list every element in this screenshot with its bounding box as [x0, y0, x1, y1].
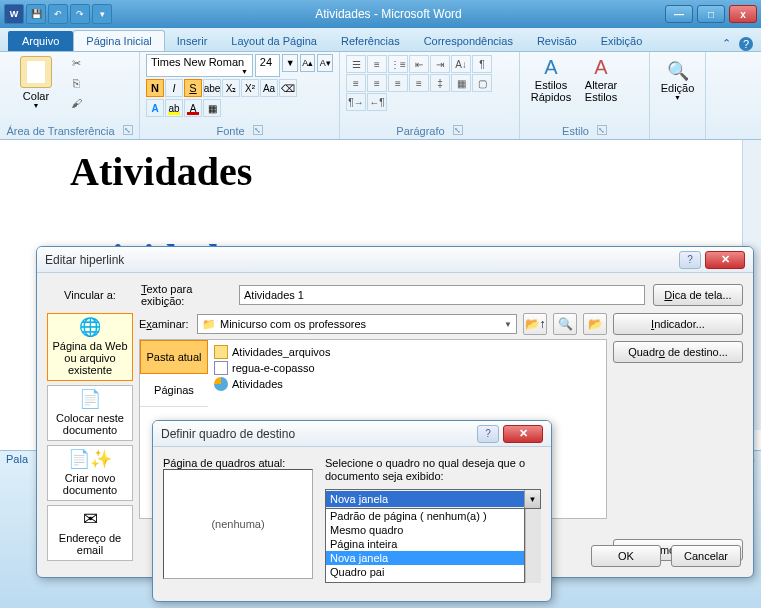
maximize-button[interactable]: □	[697, 5, 725, 23]
grow-font-icon[interactable]: A▴	[300, 54, 316, 72]
font-color-button[interactable]: A	[184, 99, 202, 117]
decrease-indent-button[interactable]: ⇤	[409, 55, 429, 73]
borders-button[interactable]: ▢	[472, 74, 492, 92]
redo-icon[interactable]: ↷	[70, 4, 90, 24]
highlight-button[interactable]: ab	[165, 99, 183, 117]
cut-icon[interactable]: ✂	[66, 54, 86, 72]
format-painter-icon[interactable]: 🖌	[66, 94, 86, 112]
tab-review[interactable]: Revisão	[525, 31, 589, 51]
ribbon: Colar ▼ ✂ ⎘ 🖌 Área de Transferência⤡ Tim…	[0, 52, 761, 140]
tab-new-label: Criar novo documento	[63, 472, 117, 496]
change-case-button[interactable]: Aa	[260, 79, 278, 97]
align-right-button[interactable]: ≡	[388, 74, 408, 92]
quick-styles-label: Estilos Rápidos	[528, 79, 574, 103]
underline-button[interactable]: S	[184, 79, 202, 97]
border-button[interactable]: ▦	[203, 99, 221, 117]
paste-button[interactable]: Colar ▼	[6, 54, 66, 112]
ltr-button[interactable]: ¶→	[346, 93, 366, 111]
look-in-value: Minicurso com os professores	[220, 318, 366, 330]
list-item[interactable]: Mesmo quadro	[326, 523, 524, 537]
font-size-drop-icon[interactable]: ▼	[282, 54, 298, 72]
italic-button[interactable]: I	[165, 79, 183, 97]
undo-icon[interactable]: ↶	[48, 4, 68, 24]
dialog-help-button[interactable]: ?	[477, 425, 499, 443]
bold-button[interactable]: N	[146, 79, 164, 97]
superscript-button[interactable]: X²	[241, 79, 259, 97]
display-text-input[interactable]	[239, 285, 645, 305]
tab-mailings[interactable]: Correspondências	[412, 31, 525, 51]
sort-button[interactable]: A↓	[451, 55, 471, 73]
multilevel-button[interactable]: ⋮≡	[388, 55, 408, 73]
list-item[interactable]: nenhum(a)	[326, 579, 524, 583]
save-icon[interactable]: 💾	[26, 4, 46, 24]
frame-options-list[interactable]: Padrão de página ( nenhum(a) ) Mesmo qua…	[325, 509, 525, 583]
browse-web-button[interactable]: 🔍	[553, 313, 577, 335]
tab-current-folder[interactable]: Pasta atual	[140, 340, 208, 374]
ribbon-minimize-icon[interactable]: ⌃	[722, 37, 731, 51]
up-folder-button[interactable]: 📂↑	[523, 313, 547, 335]
clear-format-button[interactable]: ⌫	[279, 79, 297, 97]
strikethrough-button[interactable]: abe	[203, 79, 221, 97]
word-icon[interactable]: W	[4, 4, 24, 24]
list-item[interactable]: Quadro pai	[326, 565, 524, 579]
shading-button[interactable]: ▦	[451, 74, 471, 92]
cancel-button[interactable]: Cancelar	[671, 545, 741, 567]
list-item[interactable]: Atividades_arquivos	[212, 344, 602, 360]
change-styles-button[interactable]: A Alterar Estilos	[576, 54, 626, 105]
chevron-down-icon: ▼	[504, 320, 512, 329]
font-launcher[interactable]: ⤡	[253, 125, 263, 135]
justify-button[interactable]: ≡	[409, 74, 429, 92]
tab-browsed-pages[interactable]: Páginas	[140, 374, 208, 407]
clipboard-launcher[interactable]: ⤡	[123, 125, 133, 135]
shrink-font-icon[interactable]: A▾	[317, 54, 333, 72]
quick-styles-button[interactable]: A Estilos Rápidos	[526, 54, 576, 105]
show-marks-button[interactable]: ¶	[472, 55, 492, 73]
dialog-close-button[interactable]: ✕	[503, 425, 543, 443]
increase-indent-button[interactable]: ⇥	[430, 55, 450, 73]
styles-launcher[interactable]: ⤡	[597, 125, 607, 135]
text-effects-button[interactable]: A	[146, 99, 164, 117]
look-in-combo[interactable]: 📁 Minicurso com os professores ▼	[197, 314, 517, 334]
tab-existing-file[interactable]: 🌐 Página da Web ou arquivo existente	[47, 313, 133, 381]
numbering-button[interactable]: ≡	[367, 55, 387, 73]
tab-home[interactable]: Página Inicial	[73, 30, 164, 51]
list-item[interactable]: Padrão de página ( nenhum(a) )	[326, 509, 524, 523]
tab-file[interactable]: Arquivo	[8, 31, 73, 51]
qat-more-icon[interactable]: ▾	[92, 4, 112, 24]
frame-select-combo[interactable]: Nova janela ▼	[325, 489, 541, 509]
tab-references[interactable]: Referências	[329, 31, 412, 51]
paragraph-launcher[interactable]: ⤡	[453, 125, 463, 135]
find-icon[interactable]: 🔍	[656, 60, 699, 82]
subscript-button[interactable]: X₂	[222, 79, 240, 97]
list-item[interactable]: Nova janela	[326, 551, 524, 565]
font-name-combo[interactable]: Times New Roman ▼	[146, 54, 253, 77]
tab-view[interactable]: Exibição	[589, 31, 655, 51]
tab-email[interactable]: ✉ Endereço de email	[47, 505, 133, 561]
line-spacing-button[interactable]: ‡	[430, 74, 450, 92]
help-icon[interactable]: ?	[739, 37, 753, 51]
tab-insert[interactable]: Inserir	[165, 31, 220, 51]
list-item[interactable]: regua-e-copasso	[212, 360, 602, 376]
copy-icon[interactable]: ⎘	[66, 74, 86, 92]
close-button[interactable]: x	[729, 5, 757, 23]
font-size-combo[interactable]: 24	[255, 54, 281, 77]
browse-file-button[interactable]: 📂	[583, 313, 607, 335]
list-scrollbar[interactable]	[525, 509, 541, 583]
bullets-button[interactable]: ☰	[346, 55, 366, 73]
bookmark-button[interactable]: Indicador...	[613, 313, 743, 335]
dialog-close-button[interactable]: ✕	[705, 251, 745, 269]
tab-layout[interactable]: Layout da Página	[219, 31, 329, 51]
ok-button[interactable]: OK	[591, 545, 661, 567]
tab-new-document[interactable]: 📄✨ Criar novo documento	[47, 445, 133, 501]
editing-label: Edição	[656, 82, 699, 94]
align-center-button[interactable]: ≡	[367, 74, 387, 92]
list-item[interactable]: Página inteira	[326, 537, 524, 551]
rtl-button[interactable]: ←¶	[367, 93, 387, 111]
dialog-help-button[interactable]: ?	[679, 251, 701, 269]
list-item[interactable]: Atividades	[212, 376, 602, 392]
tab-place-in-doc[interactable]: 📄 Colocar neste documento	[47, 385, 133, 441]
target-frame-button[interactable]: Quadro de destino...	[613, 341, 743, 363]
minimize-button[interactable]: —	[665, 5, 693, 23]
screen-tip-button[interactable]: Dica de tela...	[653, 284, 743, 306]
align-left-button[interactable]: ≡	[346, 74, 366, 92]
